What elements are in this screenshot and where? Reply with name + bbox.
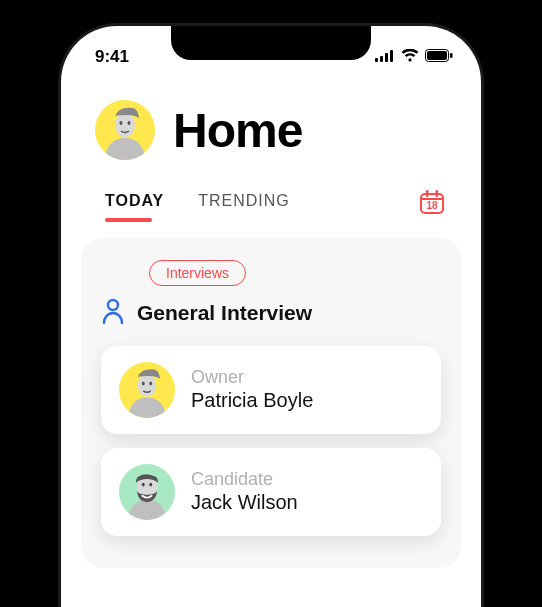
svg-point-16 bbox=[142, 382, 145, 386]
svg-rect-0 bbox=[375, 58, 378, 62]
tabs-row: TODAY TRENDING 18 bbox=[61, 170, 481, 238]
phone-frame: 9:41 Home TODAY T bbox=[61, 26, 481, 607]
battery-icon bbox=[425, 48, 453, 66]
svg-rect-1 bbox=[380, 56, 383, 62]
status-time: 9:41 bbox=[95, 47, 129, 67]
candidate-card[interactable]: Candidate Jack Wilson bbox=[101, 448, 441, 536]
signal-icon bbox=[375, 48, 395, 66]
tab-today[interactable]: TODAY bbox=[105, 184, 164, 220]
svg-rect-2 bbox=[385, 53, 388, 62]
device-notch bbox=[171, 26, 371, 60]
page-header: Home bbox=[61, 72, 481, 170]
svg-point-7 bbox=[115, 113, 135, 137]
owner-avatar bbox=[119, 362, 175, 418]
wifi-icon bbox=[401, 48, 419, 66]
user-avatar[interactable] bbox=[95, 100, 155, 160]
candidate-name: Jack Wilson bbox=[191, 490, 298, 515]
candidate-avatar bbox=[119, 464, 175, 520]
svg-rect-6 bbox=[450, 53, 453, 58]
calendar-icon: 18 bbox=[418, 188, 446, 216]
card-title: General Interview bbox=[137, 301, 312, 325]
calendar-button[interactable]: 18 bbox=[417, 187, 447, 217]
svg-text:18: 18 bbox=[426, 200, 438, 211]
svg-point-9 bbox=[128, 121, 131, 125]
candidate-text: Candidate Jack Wilson bbox=[191, 469, 298, 516]
svg-rect-12 bbox=[436, 190, 439, 197]
svg-point-8 bbox=[120, 121, 123, 125]
owner-text: Owner Patricia Boyle bbox=[191, 367, 313, 414]
svg-point-19 bbox=[142, 483, 145, 487]
category-pill[interactable]: Interviews bbox=[149, 260, 246, 286]
tab-trending[interactable]: TRENDING bbox=[198, 184, 290, 220]
svg-rect-3 bbox=[390, 50, 393, 62]
card-heading: General Interview bbox=[101, 298, 441, 328]
svg-rect-11 bbox=[426, 190, 429, 197]
svg-point-15 bbox=[138, 374, 157, 396]
svg-point-20 bbox=[149, 483, 152, 487]
svg-rect-5 bbox=[427, 51, 447, 60]
page-title: Home bbox=[173, 103, 302, 158]
svg-point-17 bbox=[149, 382, 152, 386]
owner-name: Patricia Boyle bbox=[191, 388, 313, 413]
status-icons bbox=[375, 48, 453, 66]
svg-point-14 bbox=[108, 300, 118, 310]
interview-card: Interviews General Interview Owner bbox=[81, 238, 461, 568]
owner-card[interactable]: Owner Patricia Boyle bbox=[101, 346, 441, 434]
owner-role-label: Owner bbox=[191, 367, 313, 389]
person-icon bbox=[101, 298, 125, 328]
candidate-role-label: Candidate bbox=[191, 469, 298, 491]
